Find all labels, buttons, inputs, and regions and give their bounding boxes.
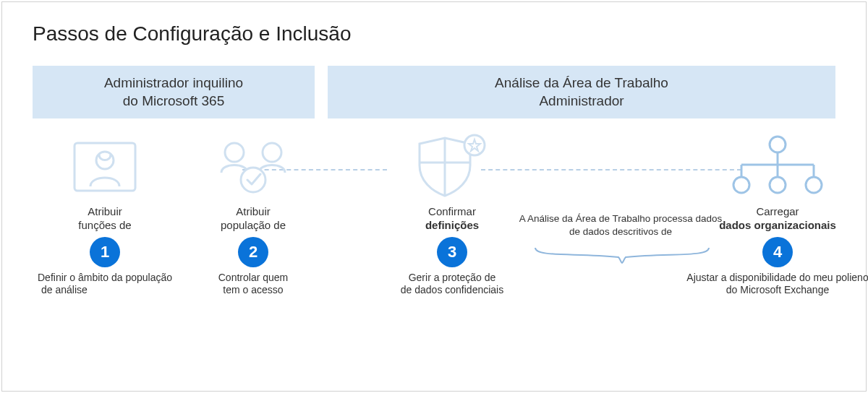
- step-desc: Definir o âmbito da população de análise: [25, 272, 184, 297]
- svg-rect-0: [75, 143, 135, 191]
- people-check-icon: [181, 134, 326, 199]
- step-4: Carregar dados organizacionais 4 Ajustar…: [684, 134, 868, 297]
- role-text: Administrador inquilino: [46, 74, 302, 92]
- step-1: Atribuir funções de 1 Definir o âmbito d…: [25, 134, 184, 297]
- step-desc: Controlar quem tem o acesso: [181, 272, 326, 297]
- step-title: Carregar dados organizacionais: [684, 205, 868, 233]
- role-wpa-admin: Análise da Área de Trabalho Administrado…: [328, 66, 835, 118]
- diagram-frame: Passos de Configuração e Inclusão Admini…: [1, 1, 867, 392]
- page-title: Passos de Configuração e Inclusão: [33, 22, 835, 46]
- step-title: Atribuir população de: [181, 205, 326, 233]
- step-desc: Gerir a proteção de de dados confidencia…: [373, 272, 532, 297]
- svg-point-2: [225, 143, 244, 162]
- org-chart-icon: [684, 134, 868, 199]
- step-number-badge: 2: [238, 237, 268, 267]
- svg-point-6: [770, 137, 786, 152]
- shield-star-icon: [373, 134, 532, 199]
- step-title: Atribuir funções de: [25, 205, 184, 233]
- role-text: Análise da Área de Trabalho: [341, 74, 822, 92]
- step-number-badge: 3: [437, 237, 467, 267]
- step-number-badge: 4: [762, 237, 793, 267]
- role-text: Administrador: [341, 92, 822, 111]
- role-tenant-admin: Administrador inquilino do Microsoft 365: [33, 66, 315, 118]
- role-text: do Microsoft 365: [46, 92, 302, 111]
- role-headers: Administrador inquilino do Microsoft 365…: [33, 66, 835, 118]
- svg-point-13: [770, 177, 786, 193]
- step-number-badge: 1: [90, 237, 120, 267]
- person-frame-icon: [25, 134, 184, 199]
- step-3: Confirmar definições 3 Gerir a proteção …: [373, 134, 532, 297]
- svg-point-3: [263, 143, 281, 162]
- svg-point-12: [733, 177, 749, 193]
- steps-row: Atribuir funções de 1 Definir o âmbito d…: [33, 134, 835, 380]
- step-2: Atribuir população de 2 Controlar quem t…: [181, 134, 326, 297]
- step-desc: Ajustar a disponibilidade do meu polieno…: [684, 272, 868, 297]
- svg-point-4: [241, 168, 265, 192]
- step-title: Confirmar definições: [373, 205, 532, 233]
- svg-point-14: [806, 177, 822, 193]
